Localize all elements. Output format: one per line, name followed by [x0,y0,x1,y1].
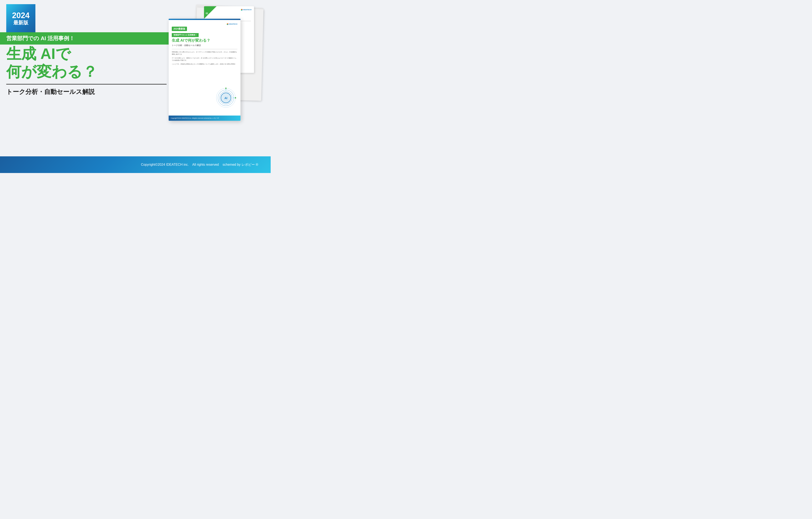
main-title: 生成 AIで 何が変わる？ [6,45,167,81]
doc-footer-text: Copyright©2024 IDEATECH inc. Allrights r… [171,117,219,119]
svg-point-5 [225,88,227,89]
doc-footer: Copyright©2024 IDEATECH inc. Allrights r… [169,116,240,121]
main-title-line1: 生成 AIで [6,45,167,63]
divider-line [6,84,167,85]
svg-point-8 [233,97,234,98]
main-container: 2024 最新版 レポピー。 営業部門での AI 活用事例！ 生成 AIで 何が… [0,0,271,173]
doc-green-tag: 営業部門での AI 活用事例！ [172,33,199,37]
svg-point-7 [226,89,226,90]
green-tag: 営業部門での AI 活用事例！ [0,32,171,45]
ribbon-year: 2024 [12,11,30,19]
doc-year-badge: 2024最新版 [172,27,187,31]
ribbon-body: 2024 最新版 [6,4,35,33]
doc-page-main: IDEATECH 2024最新版 営業部門での AI 活用事例！ 生成 AIで何… [169,19,240,121]
content-left: 生成 AIで 何が変わる？ トーク分析・自動セールス解説 [6,45,167,96]
doc-top-num: 01 [206,12,208,15]
doc-subtitle: トーク分析・自動セールス解説 [172,44,237,47]
doc-ai-circle: AI [215,87,236,108]
doc-ideatech-logo: IDEATECH [172,23,237,25]
main-title-line2: 何が変わる？ [6,63,167,81]
doc-content: IDEATECH 2024最新版 営業部門での AI 活用事例！ 生成 AIで何… [169,20,240,70]
doc-text-block-3: こととです。具体的な事例を交えキングの重要性についても解析します。読者が AI … [172,63,237,65]
green-tag-text: 営業部門での AI 活用事例！ [6,35,75,42]
footer-copyright: Copyright©2024 IDEATECH inc. All rights … [141,163,258,167]
doc-text-block-1: 営業活動に AI を導入するとにより、ターゲティングの精度が可能となります。さら… [172,51,237,55]
doc-main-title: 生成 AIで何が変わる？ [172,38,237,43]
page-footer: Copyright©2024 IDEATECH inc. All rights … [0,156,271,173]
doc-text-block-2: データの分析により、個別のニーなります。AI を活用したチャコの向上よりビーター… [172,57,237,61]
subtitle: トーク分析・自動セールス解説 [6,88,167,96]
ribbon-latest: 最新版 [13,19,28,26]
document-area: 01 IDEATECH はじめに・AIと営業の関係 IDEATECH 2024最… [169,6,264,142]
svg-text:AI: AI [225,96,227,100]
svg-point-6 [235,97,236,98]
ribbon-banner: 2024 最新版 [6,4,35,36]
doc-top-ideatech: IDEATECH [241,9,252,10]
